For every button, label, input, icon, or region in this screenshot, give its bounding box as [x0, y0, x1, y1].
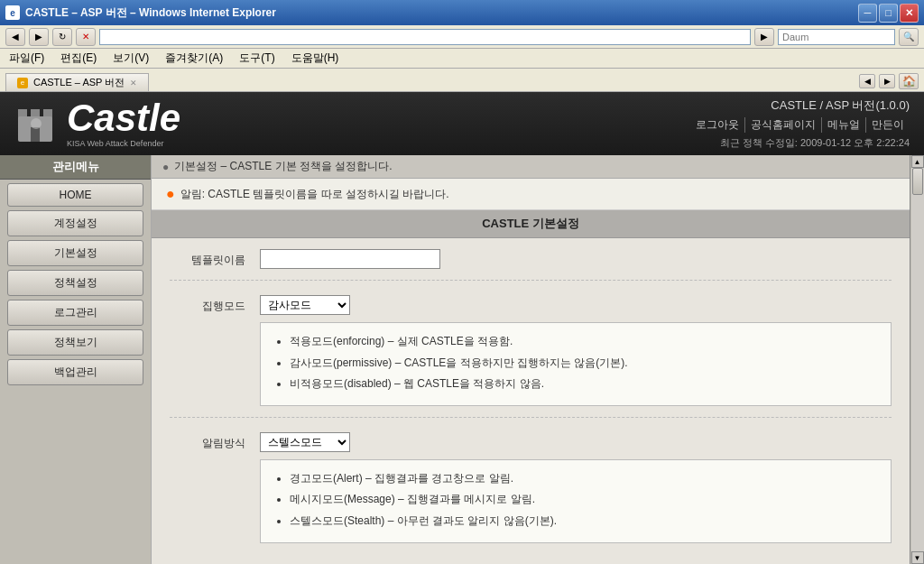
castle-nav: 로그아웃 공식홈페이지 메뉴얼 만든이: [690, 117, 910, 133]
main-content: Castle KISA Web Attack Defender CASTLE /…: [0, 92, 924, 564]
alert-info-box: 경고모드(Alert) – 집행결과를 경고창으로 알림. 메시지모드(Mess…: [260, 459, 892, 543]
tab-close-icon[interactable]: ✕: [130, 79, 137, 88]
sidebar-item-basic[interactable]: 기본설정: [7, 240, 143, 266]
menu-bar: 파일(F) 편집(E) 보기(V) 즐겨찾기(A) 도구(T) 도움말(H): [0, 49, 924, 69]
castle-shield-icon: [14, 102, 58, 145]
form-area: 템플릿이름 CASTLE – ASP 버전 집행모드 감사모드 적용모드 비적용…: [152, 238, 910, 564]
section-title: CASTLE 기본설정: [152, 210, 910, 238]
go-button[interactable]: ▶: [754, 28, 774, 46]
castle-logo: Castle KISA Web Attack Defender: [14, 99, 180, 148]
sidebar-item-policyview[interactable]: 정책보기: [7, 329, 143, 356]
alert-text: 알림: CASTLE 템플릿이름을 따로 설정하시길 바랍니다.: [180, 187, 449, 202]
sidebar-item-policy[interactable]: 정책설정: [7, 270, 143, 296]
nav-manual[interactable]: 메뉴얼: [822, 117, 866, 133]
template-control: CASTLE – ASP 버전: [260, 249, 892, 269]
tab-label: CASTLE – ASP 버전: [33, 76, 125, 89]
template-input[interactable]: CASTLE – ASP 버전: [260, 249, 440, 269]
tab-right-controls: ◀ ▶ 🏠: [859, 73, 919, 91]
menu-favorites[interactable]: 즐겨찾기(A): [162, 50, 226, 67]
castle-header-right: CASTLE / ASP 버전(1.0.0) 로그아웃 공식홈페이지 메뉴얼 만…: [690, 97, 910, 150]
window-title-left: e CASTLE – ASP 버전 – Windows Internet Exp…: [5, 5, 276, 21]
nav-official[interactable]: 공식홈페이지: [745, 117, 822, 133]
right-scrollbar: ▲ ▼: [910, 155, 924, 564]
nav-logout[interactable]: 로그아웃: [690, 117, 745, 133]
scroll-track: [911, 168, 924, 551]
tab-castle[interactable]: e CASTLE – ASP 버전 ✕: [5, 73, 149, 91]
main-panel: ● 기본설정 – CASTLE 기본 정책을 설정합니다. ● 알림: CAST…: [152, 155, 910, 564]
sidebar-item-log[interactable]: 로그관리: [7, 300, 143, 326]
execution-info-1: 감사모드(permissive) – CASTLE을 적용하지만 집행하지는 않…: [290, 354, 876, 374]
ie-icon: e: [5, 5, 20, 20]
scroll-up-button[interactable]: ▲: [911, 155, 924, 168]
execution-row: 집행모드 감사모드 적용모드 비적용모드 적용모드(enforcing) – 실…: [170, 295, 892, 418]
scroll-thumb[interactable]: [912, 168, 923, 195]
template-row: 템플릿이름 CASTLE – ASP 버전: [170, 249, 892, 281]
tab-right-button[interactable]: ▶: [879, 74, 895, 88]
back-button[interactable]: ◀: [5, 28, 25, 46]
window-controls: ─ □ ✕: [858, 4, 919, 23]
forward-button[interactable]: ▶: [29, 28, 49, 46]
execution-select[interactable]: 감사모드 적용모드 비적용모드: [260, 295, 350, 315]
breadcrumb-text: 기본설정 – CASTLE 기본 정책을 설정합니다.: [174, 159, 392, 174]
address-bar: ◀ ▶ ↻ ✕ http://test.com/castleasp/castle…: [0, 25, 924, 49]
alert-row: 알림방식 스텔스모드 경고모드 메시지모드 경고모드(Alert) – 집행결과…: [170, 432, 892, 554]
window-title: CASTLE – ASP 버전 – Windows Internet Explo…: [25, 5, 276, 21]
content-area: 관리메뉴 HOME 계정설정 기본설정 정책설정 로그관리 정책보기 백업관리 …: [0, 155, 924, 564]
castle-logo-text: Castle: [67, 99, 180, 137]
search-input[interactable]: [778, 29, 895, 45]
menu-edit[interactable]: 편집(E): [57, 50, 100, 67]
execution-info-0: 적용모드(enforcing) – 실제 CASTLE을 적용함.: [290, 332, 876, 352]
sidebar: 관리메뉴 HOME 계정설정 기본설정 정책설정 로그관리 정책보기 백업관리: [0, 155, 152, 564]
alert-info-0: 경고모드(Alert) – 집행결과를 경고창으로 알림.: [290, 469, 876, 489]
close-button[interactable]: ✕: [900, 4, 919, 23]
address-input[interactable]: http://test.com/castleasp/castle_admin_c…: [99, 29, 751, 45]
alert-control: 스텔스모드 경고모드 메시지모드 경고모드(Alert) – 집행결과를 경고창…: [260, 432, 892, 543]
tab-icon: e: [17, 78, 28, 88]
search-go-button[interactable]: 🔍: [899, 28, 919, 46]
alert-box: ● 알림: CASTLE 템플릿이름을 따로 설정하시길 바랍니다.: [152, 179, 910, 210]
alert-icon: ●: [166, 186, 175, 202]
sidebar-header: 관리메뉴: [0, 155, 151, 180]
castle-date: 최근 정책 수정일: 2009-01-12 오후 2:22:24: [690, 136, 910, 150]
castle-logo-subtitle: KISA Web Attack Defender: [67, 139, 180, 148]
execution-control: 감사모드 적용모드 비적용모드 적용모드(enforcing) – 실제 CAS…: [260, 295, 892, 406]
home-button[interactable]: 🏠: [899, 73, 919, 89]
castle-version: CASTLE / ASP 버전(1.0.0): [690, 97, 910, 114]
sidebar-item-home[interactable]: HOME: [7, 183, 143, 207]
execution-label: 집행모드: [170, 295, 260, 314]
execution-info-2: 비적용모드(disabled) – 웹 CASTLE을 적용하지 않음.: [290, 374, 876, 394]
window-titlebar: e CASTLE – ASP 버전 – Windows Internet Exp…: [0, 0, 924, 25]
alert-method-label: 알림방식: [170, 432, 260, 451]
minimize-button[interactable]: ─: [858, 4, 877, 23]
nav-about[interactable]: 만든이: [866, 117, 910, 133]
menu-help[interactable]: 도움말(H): [288, 50, 343, 67]
execution-info-box: 적용모드(enforcing) – 실제 CASTLE을 적용함. 감사모드(p…: [260, 322, 892, 406]
svg-rect-4: [31, 127, 40, 142]
svg-point-5: [31, 118, 42, 129]
scroll-down-button[interactable]: ▼: [911, 551, 924, 564]
breadcrumb-arrow-icon: ●: [162, 161, 169, 173]
sidebar-item-backup[interactable]: 백업관리: [7, 359, 143, 385]
castle-header: Castle KISA Web Attack Defender CASTLE /…: [0, 92, 924, 155]
menu-file[interactable]: 파일(F): [5, 50, 48, 67]
maximize-button[interactable]: □: [879, 4, 898, 23]
stop-button[interactable]: ✕: [76, 28, 96, 46]
alert-info-2: 스텔스모드(Stealth) – 아무런 결과도 알리지 않음(기본).: [290, 512, 876, 532]
template-label: 템플릿이름: [170, 249, 260, 268]
tab-left-button[interactable]: ◀: [859, 74, 875, 88]
menu-tools[interactable]: 도구(T): [236, 50, 278, 67]
menu-view[interactable]: 보기(V): [109, 50, 152, 67]
tab-bar: e CASTLE – ASP 버전 ✕ ◀ ▶ 🏠: [0, 69, 924, 92]
sidebar-item-account[interactable]: 계정설정: [7, 210, 143, 236]
castle-logo-text-group: Castle KISA Web Attack Defender: [67, 99, 180, 148]
alert-info-1: 메시지모드(Message) – 집행결과를 메시지로 알림.: [290, 490, 876, 510]
breadcrumb: ● 기본설정 – CASTLE 기본 정책을 설정합니다.: [152, 155, 910, 179]
alert-select[interactable]: 스텔스모드 경고모드 메시지모드: [260, 432, 350, 452]
refresh-button[interactable]: ↻: [52, 28, 72, 46]
